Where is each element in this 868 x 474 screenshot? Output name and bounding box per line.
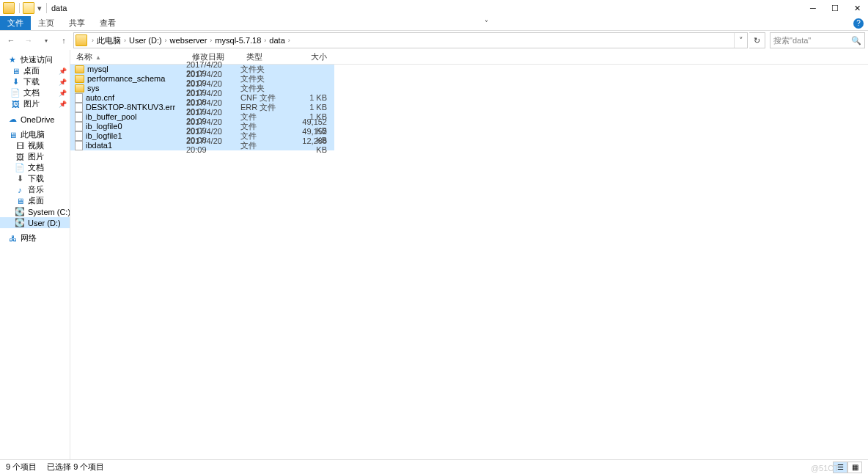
help-icon[interactable]: ?	[853, 18, 864, 29]
item-icon: 📄	[15, 163, 25, 173]
divider	[46, 3, 47, 13]
file-icon	[75, 112, 83, 122]
file-name: ib_buffer_pool	[86, 112, 137, 121]
column-type[interactable]: 类型	[240, 51, 295, 62]
body: ★ 快速访问 🖥桌面📌⬇下载📌📄文档📌🖼图片📌 ☁ OneDrive 🖥 此电脑…	[0, 50, 868, 461]
star-icon: ★	[7, 55, 18, 65]
item-icon: 🖼	[15, 152, 25, 162]
file-name: ib_logfile1	[86, 131, 122, 140]
breadcrumb-item[interactable]: User (D:)	[128, 33, 163, 48]
pin-icon: 📌	[59, 101, 67, 108]
file-icon	[75, 103, 83, 112]
file-icon	[75, 122, 83, 131]
file-icon	[75, 141, 83, 150]
pc-icon: 🖥	[7, 130, 18, 140]
pin-icon: 📌	[59, 90, 67, 97]
tree-quick-access[interactable]: ★ 快速访问	[0, 54, 70, 65]
item-icon: 💽	[15, 218, 25, 228]
ribbon-tab-2[interactable]: 共享	[62, 16, 92, 30]
refresh-button[interactable]: ↻	[749, 32, 765, 48]
breadcrumb-item[interactable]: data	[268, 33, 286, 48]
folder-icon	[76, 34, 87, 46]
network-icon: 🖧	[7, 233, 18, 244]
tree-item[interactable]: 💽System (C:)	[0, 206, 70, 217]
forward-button[interactable]: →	[21, 32, 37, 48]
chevron-right-icon[interactable]: ›	[287, 37, 292, 44]
tree-onedrive[interactable]: ☁ OneDrive	[0, 114, 70, 125]
breadcrumb-item[interactable]: mysql-5.7.18	[213, 33, 262, 48]
view-icons-button[interactable]: ▦	[847, 462, 862, 473]
column-name[interactable]: 名称	[70, 51, 186, 62]
file-name: auto.cnf	[86, 93, 114, 102]
file-date: 2017/4/20 20:09	[186, 136, 240, 154]
tree-item[interactable]: 🖥桌面	[0, 195, 70, 206]
chevron-right-icon[interactable]: ›	[122, 37, 128, 44]
item-icon: 🖥	[10, 66, 21, 76]
item-icon: 💽	[15, 207, 25, 217]
file-name: DESKTOP-8NTKUV3.err	[86, 103, 175, 112]
tree-item[interactable]: ⬇下载	[0, 173, 70, 184]
close-button[interactable]: ✕	[846, 0, 868, 16]
divider	[19, 3, 20, 13]
recent-dropdown[interactable]: ▾	[38, 32, 54, 48]
file-row[interactable]: ibdata12017/4/20 20:09文件12,288 KB	[70, 141, 334, 150]
ribbon-tab-1[interactable]: 主页	[31, 16, 62, 30]
folder-icon	[23, 2, 34, 14]
breadcrumb-item[interactable]: 此电脑	[95, 33, 122, 48]
tree-item[interactable]: 🖥桌面📌	[0, 65, 70, 76]
file-name: performance_schema	[87, 74, 165, 83]
tree-item[interactable]: 💽User (D:)	[0, 217, 70, 228]
file-name: ib_logfile0	[86, 122, 122, 131]
file-name: sys	[87, 84, 100, 92]
search-icon: 🔍	[851, 36, 861, 45]
minimize-button[interactable]: ─	[802, 0, 824, 16]
tree-network[interactable]: 🖧 网络	[0, 233, 70, 244]
status-bar: 9 个项目 已选择 9 个项目 @51CT ☰ ▦	[0, 459, 868, 474]
chevron-right-icon[interactable]: ›	[262, 37, 268, 44]
tree-item[interactable]: ♪音乐	[0, 184, 70, 195]
qat-dropdown-icon[interactable]: ▾	[37, 4, 42, 13]
tree-item[interactable]: 🖼图片📌	[0, 98, 70, 109]
nav-tree: ★ 快速访问 🖥桌面📌⬇下载📌📄文档📌🖼图片📌 ☁ OneDrive 🖥 此电脑…	[0, 50, 70, 461]
nav-row: ← → ▾ ↑ › 此电脑›User (D:)›webserver›mysql-…	[0, 31, 868, 50]
folder-icon	[75, 75, 84, 83]
ribbon-tab-0[interactable]: 文件	[0, 16, 31, 30]
chevron-right-icon[interactable]: ›	[90, 37, 95, 44]
item-icon: 📄	[10, 88, 21, 98]
tree-item[interactable]: 🖼图片	[0, 151, 70, 162]
file-list: mysql2017/4/20 20:09文件夹performance_schem…	[70, 65, 334, 150]
search-input[interactable]: 搜索"data" 🔍	[770, 32, 865, 48]
ribbon-collapse-icon[interactable]: ˅	[485, 19, 488, 27]
pin-icon: 📌	[59, 68, 67, 75]
tree-item[interactable]: ⬇下载📌	[0, 76, 70, 87]
file-icon	[75, 93, 83, 103]
tree-this-pc[interactable]: 🖥 此电脑	[0, 129, 70, 140]
chevron-right-icon[interactable]: ›	[163, 37, 169, 44]
file-name: ibdata1	[86, 141, 112, 150]
tree-item[interactable]: 🎞视频	[0, 140, 70, 151]
column-size[interactable]: 大小	[295, 51, 333, 62]
tree-item[interactable]: 📄文档📌	[0, 87, 70, 98]
tree-item[interactable]: 📄文档	[0, 162, 70, 173]
folder-icon	[3, 2, 15, 14]
ribbon-tab-3[interactable]: 查看	[92, 16, 123, 30]
item-icon: 🖼	[10, 99, 21, 109]
maximize-button[interactable]: ☐	[824, 0, 846, 16]
item-icon: 🎞	[15, 141, 25, 151]
up-button[interactable]: ↑	[56, 32, 72, 48]
folder-icon	[75, 65, 84, 73]
address-dropdown-icon[interactable]: ˅	[734, 33, 747, 48]
folder-icon	[75, 84, 84, 92]
item-icon: ♪	[15, 185, 25, 195]
breadcrumb-item[interactable]: webserver	[169, 33, 209, 48]
back-button[interactable]: ←	[3, 32, 19, 48]
cloud-icon: ☁	[7, 114, 18, 125]
chevron-right-icon[interactable]: ›	[208, 37, 213, 44]
titlebar: ▾ data ─ ☐ ✕	[0, 0, 868, 16]
file-list-pane: 名称 修改日期 类型 大小 mysql2017/4/20 20:09文件夹per…	[70, 50, 868, 461]
address-bar[interactable]: › 此电脑›User (D:)›webserver›mysql-5.7.18›d…	[73, 32, 748, 48]
window-controls: ─ ☐ ✕	[802, 0, 868, 16]
item-icon: 🖥	[15, 196, 25, 206]
window-title: data	[51, 4, 67, 12]
file-type: 文件	[240, 140, 295, 151]
